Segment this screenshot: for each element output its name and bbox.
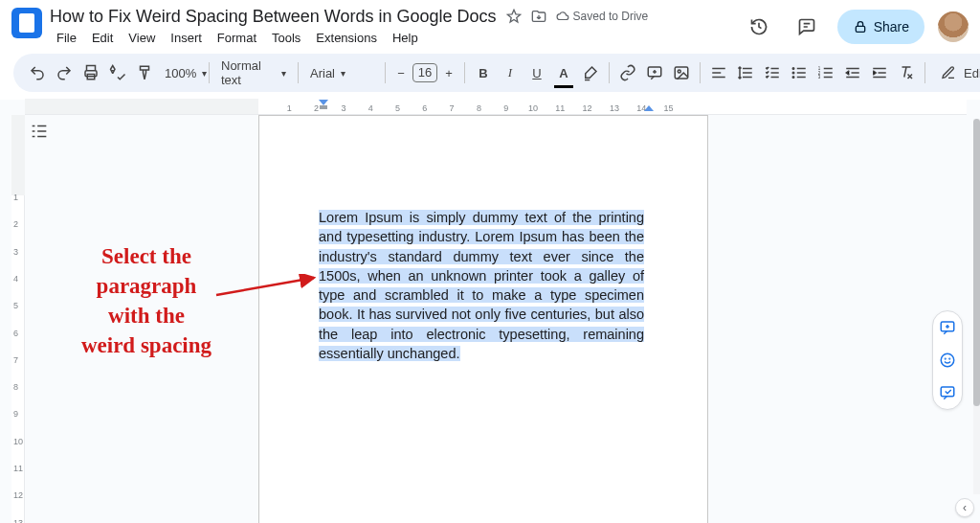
font-family-select[interactable]: Arial▾ bbox=[304, 66, 379, 80]
move-folder-icon[interactable] bbox=[531, 9, 546, 24]
horizontal-ruler[interactable]: 123456789101112131415 bbox=[25, 100, 967, 115]
ruler-h-number: 11 bbox=[555, 103, 565, 113]
document-page[interactable]: Lorem Ipsum is simply dummy text of the … bbox=[258, 115, 708, 523]
menu-edit[interactable]: Edit bbox=[85, 29, 120, 47]
text-color-button[interactable]: A bbox=[551, 59, 576, 86]
comments-icon[interactable] bbox=[790, 10, 824, 44]
annotation-arrow-icon bbox=[214, 274, 320, 299]
zoom-select[interactable]: 100%▾ bbox=[159, 66, 203, 80]
svg-point-8 bbox=[792, 77, 794, 79]
align-button[interactable] bbox=[706, 59, 731, 86]
menu-extensions[interactable]: Extensions bbox=[309, 29, 384, 47]
star-icon[interactable] bbox=[506, 9, 522, 24]
vertical-ruler[interactable]: 12345678910111213 bbox=[11, 115, 25, 523]
history-icon[interactable] bbox=[742, 10, 776, 44]
toolbar: 100%▾ Normal text▾ Arial▾ − 16 + B I U A… bbox=[13, 54, 980, 92]
italic-button[interactable]: I bbox=[498, 59, 523, 86]
undo-button[interactable] bbox=[25, 59, 50, 86]
share-button[interactable]: Share bbox=[837, 10, 924, 44]
selection-side-toolbar bbox=[932, 310, 963, 410]
menu-file[interactable]: File bbox=[50, 29, 83, 47]
add-comment-icon[interactable] bbox=[932, 311, 963, 344]
paint-format-button[interactable] bbox=[132, 59, 157, 86]
paragraph-style-select[interactable]: Normal text▾ bbox=[215, 58, 292, 87]
spellcheck-button[interactable] bbox=[105, 59, 130, 86]
annotation-line: Select the bbox=[56, 241, 237, 271]
menu-insert[interactable]: Insert bbox=[164, 29, 209, 47]
ruler-v-number: 8 bbox=[13, 382, 18, 392]
svg-rect-0 bbox=[856, 26, 864, 32]
svg-rect-4 bbox=[675, 67, 688, 79]
outline-toggle-icon[interactable] bbox=[29, 121, 50, 142]
add-reaction-icon[interactable] bbox=[932, 344, 963, 376]
indent-increase-button[interactable] bbox=[867, 59, 892, 86]
redo-button[interactable] bbox=[52, 59, 77, 86]
cloud-status[interactable]: Saved to Drive bbox=[556, 10, 649, 23]
selection-text: Lorem Ipsum is simply dummy text of the … bbox=[319, 210, 644, 361]
ruler-h-number: 9 bbox=[503, 103, 508, 113]
svg-point-7 bbox=[792, 72, 794, 74]
svg-line-13 bbox=[216, 278, 314, 295]
svg-point-6 bbox=[792, 68, 794, 70]
document-title[interactable]: How to Fix Weird Spacing Between Words i… bbox=[50, 7, 497, 27]
svg-point-17 bbox=[949, 358, 950, 359]
bulleted-list-button[interactable] bbox=[787, 59, 812, 86]
menu-tools[interactable]: Tools bbox=[265, 29, 307, 47]
svg-text:3: 3 bbox=[818, 75, 821, 80]
ruler-h-number: 3 bbox=[341, 103, 345, 113]
underline-button[interactable]: U bbox=[524, 59, 549, 86]
paragraph-style-value: Normal text bbox=[221, 58, 276, 87]
ruler-v-number: 4 bbox=[13, 274, 18, 284]
indent-decrease-button[interactable] bbox=[840, 59, 865, 86]
clear-formatting-button[interactable] bbox=[894, 59, 919, 86]
svg-rect-18 bbox=[941, 387, 954, 397]
account-avatar[interactable] bbox=[938, 11, 969, 42]
ruler-v-number: 11 bbox=[13, 464, 23, 473]
vertical-scrollbar[interactable] bbox=[973, 119, 980, 494]
font-size-increase[interactable]: + bbox=[439, 66, 458, 80]
ruler-h-number: 5 bbox=[395, 103, 400, 113]
ruler-v-number: 3 bbox=[13, 247, 18, 257]
suggest-edits-icon[interactable] bbox=[932, 376, 963, 409]
ruler-v-number: 13 bbox=[13, 518, 23, 523]
font-size-input[interactable]: 16 bbox=[412, 63, 437, 82]
highlight-color-button[interactable] bbox=[578, 59, 603, 86]
ruler-v-number: 2 bbox=[13, 219, 18, 229]
menu-view[interactable]: View bbox=[122, 29, 162, 47]
cloud-status-text: Saved to Drive bbox=[573, 10, 649, 23]
font-family-value: Arial bbox=[310, 66, 335, 80]
ruler-v-number: 1 bbox=[13, 193, 18, 202]
print-button[interactable] bbox=[78, 59, 103, 86]
explore-fab[interactable]: ‹ bbox=[955, 498, 974, 517]
zoom-value: 100% bbox=[165, 66, 196, 80]
menu-help[interactable]: Help bbox=[386, 29, 425, 47]
ruler-v-number: 6 bbox=[13, 329, 18, 338]
ruler-h-number: 10 bbox=[528, 103, 538, 113]
font-size-decrease[interactable]: − bbox=[391, 66, 411, 80]
insert-link-button[interactable] bbox=[615, 59, 640, 86]
menu-format[interactable]: Format bbox=[211, 29, 263, 47]
line-spacing-button[interactable] bbox=[733, 59, 758, 86]
ruler-v-number: 12 bbox=[13, 490, 23, 500]
ruler-v-number: 10 bbox=[13, 437, 23, 446]
editing-mode-select[interactable]: Editing ▾ bbox=[931, 65, 980, 80]
insert-comment-button[interactable] bbox=[642, 59, 667, 86]
editing-mode-label: Editing bbox=[964, 66, 980, 80]
share-button-label: Share bbox=[874, 19, 909, 34]
ruler-v-number: 9 bbox=[13, 409, 18, 419]
ruler-h-number: 1 bbox=[287, 103, 292, 113]
paragraph-selected[interactable]: Lorem Ipsum is simply dummy text of the … bbox=[319, 208, 644, 363]
checklist-button[interactable] bbox=[760, 59, 785, 86]
bold-button[interactable]: B bbox=[471, 59, 496, 86]
ruler-v-number: 5 bbox=[13, 301, 18, 310]
svg-point-15 bbox=[941, 353, 954, 367]
docs-logo-icon[interactable] bbox=[11, 8, 42, 38]
numbered-list-button[interactable]: 123 bbox=[813, 59, 838, 86]
insert-image-button[interactable] bbox=[669, 59, 694, 86]
ruler-h-number: 13 bbox=[610, 103, 619, 113]
ruler-h-number: 8 bbox=[477, 103, 481, 113]
ruler-v-number: 7 bbox=[13, 355, 18, 365]
annotation-line: weird spacing bbox=[56, 330, 237, 360]
menubar: File Edit View Insert Format Tools Exten… bbox=[50, 29, 742, 47]
ruler-h-number: 4 bbox=[368, 103, 373, 113]
